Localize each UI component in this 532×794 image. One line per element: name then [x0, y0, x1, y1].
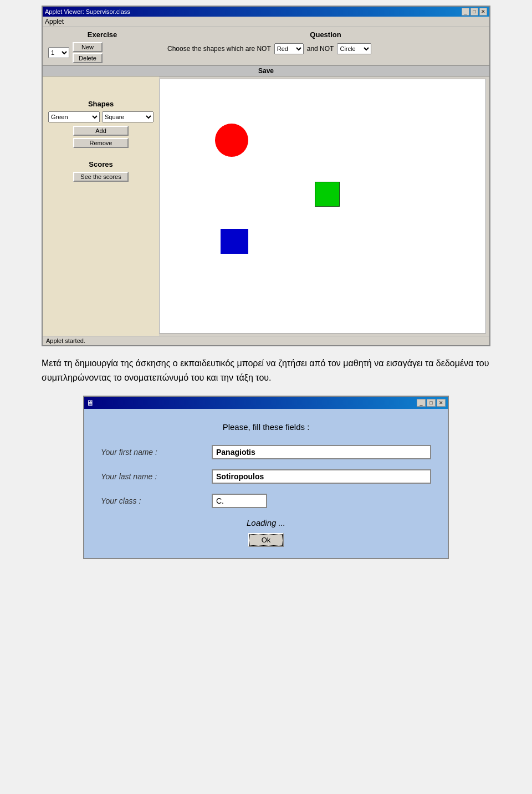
canvas-area — [159, 79, 486, 334]
applet-menubar[interactable]: Applet — [43, 17, 489, 27]
scores-btn-stack: See the scores — [48, 172, 154, 182]
applet-titlebar: Applet Viewer: Supervisor.class _ □ ✕ — [43, 7, 489, 17]
main-content: Shapes Green Red Blue Square Circle Tria… — [43, 76, 489, 336]
dialog-class-input[interactable] — [212, 494, 267, 508]
remove-button[interactable]: Remove — [73, 138, 129, 148]
maximize-button[interactable]: □ — [470, 8, 478, 16]
applet-title: Applet Viewer: Supervisor.class — [45, 8, 130, 15]
dialog-title-text: Please, fill these fields : — [101, 422, 431, 432]
exercise-btn-group: New Delete — [73, 42, 103, 63]
dialog-window: 🖥 _ □ ✕ Please, fill these fields : Your… — [83, 396, 449, 559]
applet-window: Applet Viewer: Supervisor.class _ □ ✕ Ap… — [42, 6, 490, 346]
dialog-close-button[interactable]: ✕ — [437, 399, 446, 407]
new-button[interactable]: New — [73, 42, 103, 52]
scores-heading: Scores — [48, 160, 154, 168]
question-heading: Question — [167, 30, 484, 39]
header-row: Exercise 1 New Delete Question Choose th… — [43, 27, 489, 65]
scores-section: Scores See the scores — [48, 160, 154, 182]
dialog-class-label: Your class : — [101, 496, 212, 505]
dialog-ok-button[interactable]: Ok — [248, 533, 284, 547]
question-color-select[interactable]: Red Blue Green — [274, 43, 304, 54]
exercise-section: Exercise 1 New Delete — [48, 30, 156, 63]
dialog-first-name-row: Your first name : — [101, 445, 431, 459]
dialog-class-row: Your class : — [101, 494, 431, 508]
exercise-number-select[interactable]: 1 — [48, 47, 69, 58]
save-label: Save — [258, 67, 274, 75]
dialog-loading-text: Loading ... — [101, 518, 431, 527]
dialog-body: Please, fill these fields : Your first n… — [84, 409, 448, 558]
paragraph-section: Μετά τη δημιουργία της άσκησης ο εκπαιδε… — [42, 356, 490, 385]
applet-body: Exercise 1 New Delete Question Choose th… — [43, 27, 489, 345]
dialog-last-name-label: Your last name : — [101, 472, 212, 481]
delete-button[interactable]: Delete — [73, 53, 103, 63]
add-button[interactable]: Add — [73, 126, 129, 136]
question-prompt: Choose the shapes which are NOT — [167, 45, 271, 53]
applet-titlebar-controls: _ □ ✕ — [462, 8, 487, 16]
shape-color-select[interactable]: Green Red Blue — [48, 111, 100, 122]
dialog-first-name-input[interactable] — [212, 445, 431, 459]
dialog-titlebar: 🖥 _ □ ✕ — [84, 397, 448, 409]
shape-controls: Green Red Blue Square Circle Triangle — [48, 111, 154, 122]
menu-applet[interactable]: Applet — [45, 18, 64, 25]
shape-blue-square — [221, 229, 248, 254]
question-row: Choose the shapes which are NOT Red Blue… — [167, 43, 484, 54]
left-panel: Shapes Green Red Blue Square Circle Tria… — [43, 76, 159, 336]
dialog-wrapper: 🖥 _ □ ✕ Please, fill these fields : Your… — [83, 396, 449, 559]
shapes-heading: Shapes — [48, 100, 154, 108]
question-connector: and NOT — [307, 45, 334, 53]
status-text: Applet started. — [46, 337, 85, 344]
paragraph-text: Μετά τη δημιουργία της άσκησης ο εκπαιδε… — [42, 356, 490, 385]
save-bar[interactable]: Save — [43, 65, 489, 76]
shape-btn-stack: Add Remove — [48, 126, 154, 148]
question-section: Question Choose the shapes which are NOT… — [167, 30, 484, 54]
dialog-maximize-button[interactable]: □ — [427, 399, 436, 407]
dialog-first-name-label: Your first name : — [101, 448, 212, 457]
dialog-ok-row: Ok — [101, 533, 431, 547]
close-button[interactable]: ✕ — [479, 8, 487, 16]
minimize-button[interactable]: _ — [462, 8, 469, 16]
shape-green-square — [315, 182, 340, 207]
exercise-heading: Exercise — [48, 30, 156, 39]
shapes-section: Shapes Green Red Blue Square Circle Tria… — [48, 100, 154, 148]
exercise-controls: 1 New Delete — [48, 42, 156, 63]
dialog-last-name-input[interactable] — [212, 469, 431, 484]
dialog-titlebar-controls: _ □ ✕ — [417, 399, 446, 407]
shape-red-circle — [215, 124, 248, 157]
dialog-minimize-button[interactable]: _ — [417, 399, 426, 407]
dialog-title-icon: 🖥 — [86, 398, 94, 407]
question-shape-select[interactable]: Circle Square Triangle — [337, 43, 371, 54]
status-bar: Applet started. — [43, 336, 489, 345]
dialog-last-name-row: Your last name : — [101, 469, 431, 484]
see-scores-button[interactable]: See the scores — [73, 172, 129, 182]
shape-type-select[interactable]: Square Circle Triangle — [102, 111, 154, 122]
